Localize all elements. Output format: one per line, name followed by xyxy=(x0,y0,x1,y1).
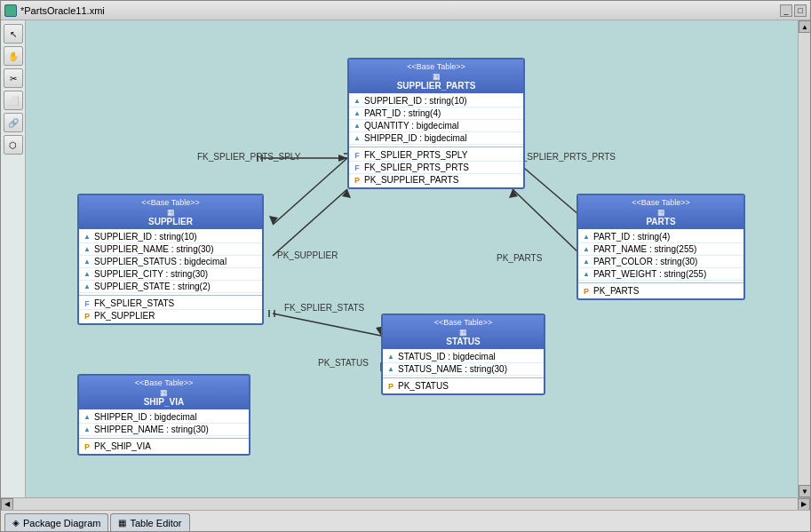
pk-icon: P xyxy=(582,287,591,296)
tab-table-editor[interactable]: ▦ Table Editor xyxy=(110,513,189,531)
attr-icon: ▲ xyxy=(386,365,395,374)
entity-row: F FK_SPLIER_PRTS_SPLY xyxy=(349,149,523,162)
diagram-area[interactable]: FK_SPLIER_PRTS_SPLY FK_SPLIER_PRTS_PRTS … xyxy=(26,20,798,497)
entity-row: ▲ PART_ID : string(4) xyxy=(578,231,743,243)
attr-icon: ▲ xyxy=(353,97,362,106)
attr-icon: ▲ xyxy=(83,245,91,254)
entity-row: ▲ QUANTITY : bigdecimal xyxy=(349,120,523,132)
entity-supplier-parts[interactable]: <<Base Table>> ▦ SUPPLIER_PARTS ▲ SUPPLI… xyxy=(347,58,525,189)
attr-icon: ▲ xyxy=(83,282,91,291)
entity-row: F FK_SPLIER_STATS xyxy=(79,298,262,310)
divider xyxy=(383,377,544,378)
entity-status-header: <<Base Table>> ▦ STATUS xyxy=(383,315,544,349)
attr-icon: ▲ xyxy=(386,353,395,361)
svg-marker-9 xyxy=(342,189,351,198)
attr-icon: ▲ xyxy=(353,109,362,118)
pk-icon: P xyxy=(83,442,91,451)
entity-row: ▲ SUPPLIER_ID : string(10) xyxy=(349,95,523,107)
entity-row: ▲ PART_ID : string(4) xyxy=(349,107,523,120)
entity-supplier-body: ▲ SUPPLIER_ID : string(10) ▲ SUPPLIER_NA… xyxy=(79,229,262,323)
entity-row: P PK_SUPPLIER xyxy=(79,310,262,322)
window-title: *PartsOracle11.xmi xyxy=(20,5,776,16)
svg-marker-18 xyxy=(338,155,347,162)
entity-row: ▲ STATUS_NAME : string(30) xyxy=(383,363,544,376)
toolbar-btn-link[interactable]: 🔗 xyxy=(4,113,23,132)
divider xyxy=(349,147,523,147)
label-fk-prts: FK_SPLIER_PRTS_PRTS xyxy=(511,152,616,162)
window-controls: _ □ xyxy=(780,4,807,17)
entity-supplier-parts-body: ▲ SUPPLIER_ID : string(10) ▲ PART_ID : s… xyxy=(349,93,523,187)
svg-marker-1 xyxy=(269,216,278,225)
divider xyxy=(79,295,262,296)
toolbar-btn-zoom[interactable]: ⬡ xyxy=(4,135,23,155)
attr-icon: ▲ xyxy=(83,258,91,266)
entity-row: P PK_SHIP_VIA xyxy=(79,441,249,452)
entity-parts-body: ▲ PART_ID : string(4) ▲ PART_NAME : stri… xyxy=(578,229,743,298)
tab-table-label: Table Editor xyxy=(130,518,181,528)
entity-row: ▲ STATUS_ID : bigdecimal xyxy=(383,351,544,363)
attr-icon: ▲ xyxy=(353,134,362,143)
entity-supplier-header: <<Base Table>> ▦ SUPPLIER xyxy=(79,195,262,229)
pk-icon: P xyxy=(83,312,91,321)
entity-ship-via-body: ▲ SHIPPER_ID : bigdecimal ▲ SHIPPER_NAME… xyxy=(79,409,249,454)
label-fk-stats: FK_SPLIER_STATS xyxy=(284,303,364,313)
entity-row: P PK_STATUS xyxy=(383,380,544,392)
attr-icon: ▲ xyxy=(83,233,91,242)
entity-row: ▲ SUPPLIER_STATUS : bigdecimal xyxy=(79,256,262,268)
svg-line-12 xyxy=(273,314,381,336)
entity-row: ▲ SUPPLIER_NAME : string(30) xyxy=(79,243,262,256)
entity-supplier-parts-header: <<Base Table>> ▦ SUPPLIER_PARTS xyxy=(349,60,523,93)
entity-ship-via[interactable]: <<Base Table>> ▦ SHIP_VIA ▲ SHIPPER_ID :… xyxy=(77,374,250,456)
entity-supplier[interactable]: <<Base Table>> ▦ SUPPLIER ▲ SUPPLIER_ID … xyxy=(77,194,264,325)
toolbar-btn-select[interactable]: ↖ xyxy=(4,24,23,44)
scroll-left-button[interactable]: ◀ xyxy=(1,498,13,511)
scroll-right-button[interactable]: ▶ xyxy=(798,498,810,511)
attr-icon: ▲ xyxy=(582,233,591,242)
entity-row: ▲ SUPPLIER_CITY : string(30) xyxy=(79,268,262,281)
bottom-area: ◀ ▶ ◈ Package Diagram ▦ Table Editor xyxy=(1,497,810,531)
attr-icon: ▲ xyxy=(83,270,91,279)
svg-marker-11 xyxy=(509,189,518,198)
entity-row: ▲ SHIPPER_ID : bigdecimal xyxy=(79,411,249,424)
entity-row: F FK_SPLIER_PRTS_PRTS xyxy=(349,162,523,174)
scroll-track-right[interactable] xyxy=(799,33,810,485)
scroll-track-bottom[interactable] xyxy=(13,498,798,511)
entity-ship-via-header: <<Base Table>> ▦ SHIP_VIA xyxy=(79,376,249,409)
label-pk-supplier: PK_SUPPLIER xyxy=(277,250,338,260)
scrollbar-right: ▲ ▼ xyxy=(798,20,810,497)
divider xyxy=(578,282,743,283)
svg-line-8 xyxy=(273,189,347,256)
entity-row: ▲ SHIPPER_NAME : string(30) xyxy=(79,424,249,436)
toolbar-btn-cut[interactable]: ✂ xyxy=(4,68,23,88)
fk-icon: F xyxy=(353,151,362,160)
left-toolbar: ↖ ✋ ✂ ⬜ 🔗 ⬡ xyxy=(1,20,26,497)
label-fk-sply: FK_SPLIER_PRTS_SPLY xyxy=(197,152,300,162)
entity-parts-header: <<Base Table>> ▦ PARTS xyxy=(578,195,743,229)
attr-icon: ▲ xyxy=(83,425,91,434)
toolbar-btn-entity[interactable]: ⬜ xyxy=(4,91,23,110)
attr-icon: ▲ xyxy=(582,258,591,266)
fk-icon: F xyxy=(83,299,91,308)
scroll-down-button[interactable]: ▼ xyxy=(799,485,810,497)
attr-icon: ▲ xyxy=(582,245,591,254)
scroll-up-button[interactable]: ▲ xyxy=(799,20,810,33)
toolbar-btn-hand[interactable]: ✋ xyxy=(4,46,23,66)
main-window: *PartsOracle11.xmi _ □ ↖ ✋ ✂ ⬜ 🔗 ⬡ xyxy=(0,0,811,532)
tab-package-label: Package Diagram xyxy=(23,518,100,528)
entity-row: ▲ PART_WEIGHT : string(255) xyxy=(578,268,743,281)
tab-bar: ◈ Package Diagram ▦ Table Editor xyxy=(1,510,810,531)
scrollbar-bottom: ◀ ▶ xyxy=(1,497,810,510)
svg-line-10 xyxy=(513,189,582,256)
fk-icon: F xyxy=(353,163,362,172)
entity-row: ▲ PART_NAME : string(255) xyxy=(578,243,743,256)
window-icon xyxy=(4,4,17,17)
entity-row: P PK_PARTS xyxy=(578,285,743,297)
tab-table-icon: ▦ xyxy=(118,518,126,528)
entity-parts[interactable]: <<Base Table>> ▦ PARTS ▲ PART_ID : strin… xyxy=(576,194,745,300)
minimize-button[interactable]: _ xyxy=(780,4,792,17)
maximize-button[interactable]: □ xyxy=(794,4,807,17)
entity-status[interactable]: <<Base Table>> ▦ STATUS ▲ STATUS_ID : bi… xyxy=(381,314,545,395)
entity-row: ▲ SHIPPER_ID : bigdecimal xyxy=(349,132,523,145)
entity-row: ▲ PART_COLOR : string(30) xyxy=(578,256,743,268)
tab-package-diagram[interactable]: ◈ Package Diagram xyxy=(4,513,108,531)
